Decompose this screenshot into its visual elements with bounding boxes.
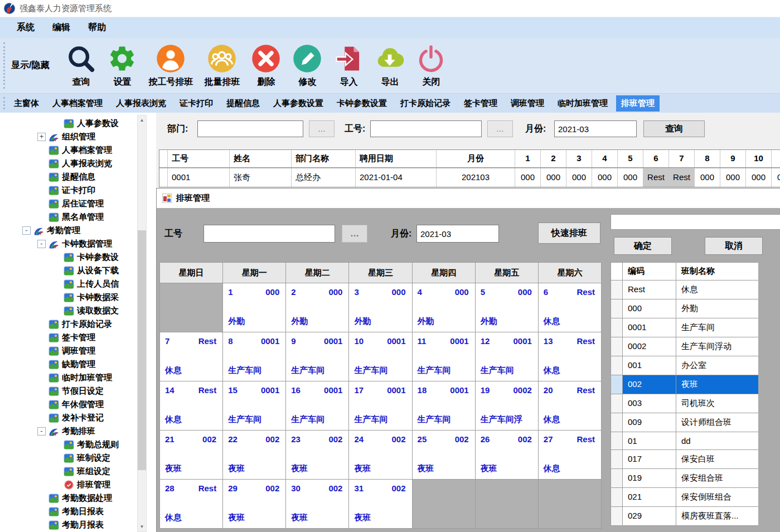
tree-node[interactable]: 从设备下载 xyxy=(0,264,137,277)
calendar-day-cell[interactable]: 20 Rest 休息 xyxy=(539,381,601,430)
tree-node[interactable]: 读取数据文 xyxy=(0,304,137,317)
shift-list-row[interactable]: 0001 生产车间 xyxy=(611,318,758,337)
calendar-day-cell[interactable]: 21 002 夜班 xyxy=(160,431,222,479)
calendar-day-cell[interactable]: 25 002 夜班 xyxy=(413,431,475,479)
tree-node[interactable]: 年休假管理 xyxy=(0,398,137,411)
shift-list-row[interactable]: 021 保安倒班组合 xyxy=(611,488,758,506)
dept-input[interactable] xyxy=(197,120,303,137)
calendar-day-cell[interactable] xyxy=(476,480,538,528)
menu-item[interactable]: 编辑 xyxy=(52,22,70,33)
quick-schedule-button[interactable]: 快速排班 xyxy=(538,223,600,244)
tree-scrollbar[interactable]: ▲ ▼ xyxy=(137,115,147,532)
dialog-empno-input[interactable] xyxy=(204,225,335,243)
tree-node[interactable]: 黑名单管理 xyxy=(0,210,137,224)
calendar-day-cell[interactable]: 8 0001 生产车间 xyxy=(223,332,285,381)
dept-browse-button[interactable]: … xyxy=(309,120,335,137)
shift-list-row[interactable]: 009 设计师组合班 xyxy=(611,413,758,432)
calendar-day-cell[interactable] xyxy=(413,480,475,528)
delete-button[interactable]: 删除 xyxy=(245,43,287,88)
import-button[interactable]: 导入 xyxy=(328,43,369,88)
tree-node[interactable]: 考勤数据处理 xyxy=(0,491,137,505)
calendar-day-cell[interactable]: 1 000 外勤 xyxy=(223,283,285,332)
tree-node[interactable]: 缺勤管理 xyxy=(0,357,137,371)
calendar-day-cell[interactable]: 22 002 夜班 xyxy=(223,431,285,479)
ok-button[interactable]: 确定 xyxy=(614,237,672,255)
tree-node[interactable]: 居住证管理 xyxy=(0,197,137,210)
calendar-day-cell[interactable]: 26 002 夜班 xyxy=(476,431,538,479)
calendar-day-cell[interactable]: 27 Rest 休息 xyxy=(539,431,601,479)
shift-list-row[interactable]: 029 模房夜班直落... xyxy=(611,507,758,525)
shift-list-row[interactable]: 000 外勤 xyxy=(611,299,758,318)
calendar-day-cell[interactable] xyxy=(160,283,222,332)
scroll-up-icon[interactable]: ▲ xyxy=(138,115,146,125)
menu-item[interactable]: 系统 xyxy=(17,22,35,33)
calendar-day-cell[interactable] xyxy=(539,480,601,528)
calendar-day-cell[interactable]: 23 002 夜班 xyxy=(286,431,348,479)
module-tab[interactable]: 调班管理 xyxy=(506,95,549,112)
tree-node[interactable]: 卡钟参数设 xyxy=(0,250,137,264)
tree-node[interactable]: 上传人员信 xyxy=(0,277,137,291)
scrollbar-thumb[interactable] xyxy=(138,230,146,470)
query-button[interactable]: 查询 xyxy=(60,43,101,88)
module-tab[interactable]: 人事档案管理 xyxy=(47,95,108,112)
tree-expander[interactable]: - xyxy=(22,226,31,235)
module-tab[interactable]: 排班管理 xyxy=(616,95,660,112)
menu-item[interactable]: 帮助 xyxy=(88,22,106,33)
search-button[interactable]: 查询 xyxy=(643,120,705,137)
empno-browse-button[interactable]: … xyxy=(487,120,513,137)
tree-expander[interactable]: - xyxy=(37,427,46,436)
settings-button[interactable]: 设置 xyxy=(101,43,143,88)
module-tab[interactable]: 主窗体 xyxy=(9,95,44,112)
shift-list-row[interactable]: 002 夜班 xyxy=(611,375,758,394)
tree-node[interactable]: 节假日设定 xyxy=(0,384,137,398)
tree-node[interactable]: 人事参数设 xyxy=(0,117,137,130)
edit-button[interactable]: 修改 xyxy=(287,43,328,88)
tree-node[interactable]: 人事报表浏览 xyxy=(0,157,137,170)
tree-node[interactable]: - 卡钟数据管理 xyxy=(0,237,137,250)
shift-list-row[interactable]: 01 dd xyxy=(611,432,758,449)
calendar-day-cell[interactable]: 16 0001 生产车间 xyxy=(286,381,348,430)
calendar-day-cell[interactable]: 15 0001 生产车间 xyxy=(223,381,285,430)
calendar-day-cell[interactable]: 11 0001 生产车间 xyxy=(413,332,475,381)
tree-node[interactable]: 发补卡登记 xyxy=(0,411,137,424)
calendar-day-cell[interactable]: 2 000 外勤 xyxy=(286,283,348,332)
calendar-day-cell[interactable]: 7 Rest 休息 xyxy=(160,332,222,381)
calendar-day-cell[interactable]: 3 000 外勤 xyxy=(349,283,411,332)
calendar-day-cell[interactable]: 31 002 夜班 xyxy=(349,480,411,528)
cancel-button[interactable]: 取消 xyxy=(705,237,763,255)
tree-expander[interactable]: - xyxy=(37,240,46,248)
empno-input[interactable] xyxy=(370,120,482,137)
calendar-day-cell[interactable]: 12 0001 生产车间 xyxy=(476,332,538,381)
schedule-by-empno-button[interactable]: 按工号排班 xyxy=(143,43,198,88)
scroll-down-icon[interactable]: ▼ xyxy=(138,522,146,531)
tree-node[interactable]: + 组织管理 xyxy=(0,130,137,143)
tree-node[interactable]: 临时加班管理 xyxy=(0,371,137,384)
tree-node[interactable]: 调班管理 xyxy=(0,344,137,357)
calendar-day-cell[interactable]: 29 002 夜班 xyxy=(223,480,285,528)
shift-code-box[interactable] xyxy=(611,214,780,230)
calendar-day-cell[interactable]: 10 0001 生产车间 xyxy=(349,332,411,381)
tree-node[interactable]: 卡钟数据采 xyxy=(0,291,137,304)
module-tab[interactable]: 打卡原始记录 xyxy=(395,95,456,112)
module-tab[interactable]: 证卡打印 xyxy=(175,95,218,112)
tree-node[interactable]: 证卡打印 xyxy=(0,183,137,197)
module-tab[interactable]: 卡钟参数设置 xyxy=(332,95,392,112)
tree-node[interactable]: 提醒信息 xyxy=(0,170,137,183)
month-input[interactable] xyxy=(554,120,637,137)
tree-node[interactable]: 班组设定 xyxy=(0,465,137,478)
dialog-month-input[interactable] xyxy=(416,225,499,243)
module-tab[interactable]: 临时加班管理 xyxy=(553,95,613,112)
tree-node[interactable]: - 考勤管理 xyxy=(0,224,137,237)
calendar-day-cell[interactable]: 17 0001 生产车间 xyxy=(349,381,411,430)
dialog-empno-browse-button[interactable]: … xyxy=(342,225,367,243)
tree-node[interactable]: 考勤月报表 xyxy=(0,518,137,531)
calendar-day-cell[interactable]: 4 000 外勤 xyxy=(413,283,475,332)
shift-list-row[interactable]: 001 办公室 xyxy=(611,356,758,375)
calendar-day-cell[interactable]: 24 002 夜班 xyxy=(349,431,411,479)
tree-node[interactable]: 签卡管理 xyxy=(0,331,137,344)
module-tab[interactable]: 人事报表浏览 xyxy=(111,95,171,112)
calendar-day-cell[interactable]: 13 Rest 休息 xyxy=(539,332,601,381)
calendar-day-cell[interactable]: 28 Rest 休息 xyxy=(160,480,222,528)
table-row[interactable]: 0001张奇总经办2021-01-04202103000000000000000… xyxy=(159,168,780,187)
calendar-day-cell[interactable]: 14 Rest 休息 xyxy=(160,381,222,430)
